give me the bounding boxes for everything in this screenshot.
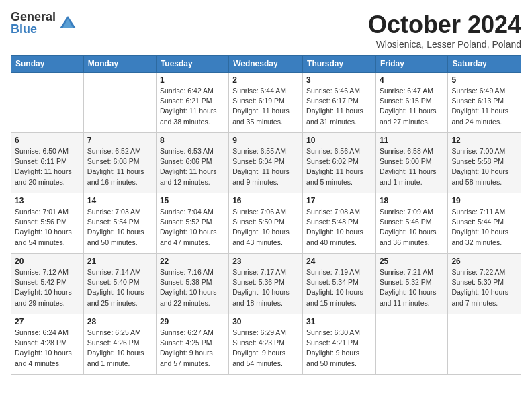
calendar-week-row: 1Sunrise: 6:42 AM Sunset: 6:21 PM Daylig… [11,73,521,133]
calendar-header-thursday: Thursday [303,56,376,73]
day-info: Sunrise: 7:06 AM Sunset: 5:50 PM Dayligh… [232,207,299,248]
calendar-cell: 16Sunrise: 7:06 AM Sunset: 5:50 PM Dayli… [229,193,303,254]
calendar-cell: 6Sunrise: 6:50 AM Sunset: 6:11 PM Daylig… [11,133,84,193]
day-number: 24 [306,257,372,266]
day-number: 2 [232,75,299,85]
calendar-cell: 18Sunrise: 7:09 AM Sunset: 5:46 PM Dayli… [375,193,447,254]
day-number: 17 [306,196,372,205]
page-header: General Blue October 2024 Wlosienica, Le… [11,11,521,50]
day-info: Sunrise: 6:49 AM Sunset: 6:13 PM Dayligh… [451,86,517,127]
day-number: 16 [232,196,299,205]
calendar-cell: 5Sunrise: 6:49 AM Sunset: 6:13 PM Daylig… [448,73,521,133]
day-number: 26 [451,257,517,266]
calendar-cell: 27Sunrise: 6:24 AM Sunset: 4:28 PM Dayli… [11,314,84,375]
day-number: 15 [160,196,225,205]
calendar-cell [11,73,84,133]
calendar-cell: 15Sunrise: 7:04 AM Sunset: 5:52 PM Dayli… [156,193,228,254]
day-number: 25 [380,257,444,266]
calendar-cell [83,73,156,133]
day-info: Sunrise: 6:25 AM Sunset: 4:26 PM Dayligh… [87,328,152,369]
calendar-cell: 4Sunrise: 6:47 AM Sunset: 6:15 PM Daylig… [375,73,447,133]
calendar-cell: 22Sunrise: 7:16 AM Sunset: 5:38 PM Dayli… [156,254,228,314]
day-number: 19 [451,196,517,205]
day-number: 1 [160,75,225,85]
day-number: 18 [380,196,444,205]
day-info: Sunrise: 7:04 AM Sunset: 5:52 PM Dayligh… [160,207,225,248]
calendar-cell [375,314,447,375]
calendar-cell: 30Sunrise: 6:29 AM Sunset: 4:23 PM Dayli… [229,314,303,375]
calendar-header-tuesday: Tuesday [156,56,228,73]
day-info: Sunrise: 7:16 AM Sunset: 5:38 PM Dayligh… [160,267,225,308]
day-info: Sunrise: 7:11 AM Sunset: 5:44 PM Dayligh… [451,207,517,248]
calendar-cell: 7Sunrise: 6:52 AM Sunset: 6:08 PM Daylig… [83,133,156,193]
day-number: 20 [15,257,80,266]
day-info: Sunrise: 7:00 AM Sunset: 5:58 PM Dayligh… [451,146,517,187]
calendar-cell: 26Sunrise: 7:22 AM Sunset: 5:30 PM Dayli… [448,254,521,314]
day-info: Sunrise: 6:52 AM Sunset: 6:08 PM Dayligh… [87,146,152,187]
calendar-cell: 20Sunrise: 7:12 AM Sunset: 5:42 PM Dayli… [11,254,84,314]
day-number: 7 [87,136,152,145]
calendar-cell: 10Sunrise: 6:56 AM Sunset: 6:02 PM Dayli… [303,133,376,193]
day-info: Sunrise: 6:27 AM Sunset: 4:25 PM Dayligh… [160,328,225,369]
day-info: Sunrise: 6:46 AM Sunset: 6:17 PM Dayligh… [306,86,372,127]
logo: General Blue [11,11,77,35]
month-title: October 2024 [368,11,521,39]
calendar-cell: 2Sunrise: 6:44 AM Sunset: 6:19 PM Daylig… [229,73,303,133]
day-info: Sunrise: 7:21 AM Sunset: 5:32 PM Dayligh… [380,267,444,308]
calendar-cell: 25Sunrise: 7:21 AM Sunset: 5:32 PM Dayli… [375,254,447,314]
day-number: 9 [232,136,299,145]
day-number: 27 [15,317,80,326]
day-number: 13 [15,196,80,205]
day-info: Sunrise: 6:24 AM Sunset: 4:28 PM Dayligh… [15,328,80,369]
day-info: Sunrise: 6:58 AM Sunset: 6:00 PM Dayligh… [380,146,444,187]
day-number: 14 [87,196,152,205]
day-number: 22 [160,257,225,266]
day-info: Sunrise: 6:42 AM Sunset: 6:21 PM Dayligh… [160,86,225,127]
logo-blue: Blue [11,23,56,35]
day-info: Sunrise: 6:53 AM Sunset: 6:06 PM Dayligh… [160,146,225,187]
day-info: Sunrise: 7:09 AM Sunset: 5:46 PM Dayligh… [380,207,444,248]
day-info: Sunrise: 6:56 AM Sunset: 6:02 PM Dayligh… [306,146,372,187]
calendar-header-friday: Friday [375,56,447,73]
calendar-cell: 8Sunrise: 6:53 AM Sunset: 6:06 PM Daylig… [156,133,228,193]
calendar-week-row: 13Sunrise: 7:01 AM Sunset: 5:56 PM Dayli… [11,193,521,254]
calendar-header-monday: Monday [83,56,156,73]
day-number: 8 [160,136,225,145]
day-info: Sunrise: 7:14 AM Sunset: 5:40 PM Dayligh… [87,267,152,308]
calendar-cell: 9Sunrise: 6:55 AM Sunset: 6:04 PM Daylig… [229,133,303,193]
calendar-header-wednesday: Wednesday [229,56,303,73]
location-subtitle: Wlosienica, Lesser Poland, Poland [368,39,521,50]
calendar-cell: 13Sunrise: 7:01 AM Sunset: 5:56 PM Dayli… [11,193,84,254]
day-number: 6 [15,136,80,145]
calendar-cell: 21Sunrise: 7:14 AM Sunset: 5:40 PM Dayli… [83,254,156,314]
day-info: Sunrise: 6:50 AM Sunset: 6:11 PM Dayligh… [15,146,80,187]
day-number: 4 [380,75,444,85]
calendar-header-row: SundayMondayTuesdayWednesdayThursdayFrid… [11,56,521,73]
day-number: 31 [306,317,372,326]
calendar-cell: 1Sunrise: 6:42 AM Sunset: 6:21 PM Daylig… [156,73,228,133]
day-info: Sunrise: 7:01 AM Sunset: 5:56 PM Dayligh… [15,207,80,248]
day-number: 29 [160,317,225,326]
day-info: Sunrise: 7:17 AM Sunset: 5:36 PM Dayligh… [232,267,299,308]
calendar-cell: 31Sunrise: 6:30 AM Sunset: 4:21 PM Dayli… [303,314,376,375]
calendar-cell: 14Sunrise: 7:03 AM Sunset: 5:54 PM Dayli… [83,193,156,254]
calendar-header-saturday: Saturday [448,56,521,73]
day-info: Sunrise: 6:30 AM Sunset: 4:21 PM Dayligh… [306,328,372,369]
title-block: October 2024 Wlosienica, Lesser Poland, … [368,11,521,50]
day-number: 30 [232,317,299,326]
calendar-cell: 24Sunrise: 7:19 AM Sunset: 5:34 PM Dayli… [303,254,376,314]
day-number: 23 [232,257,299,266]
day-info: Sunrise: 7:22 AM Sunset: 5:30 PM Dayligh… [451,267,517,308]
logo-icon [58,13,77,32]
day-info: Sunrise: 6:44 AM Sunset: 6:19 PM Dayligh… [232,86,299,127]
day-info: Sunrise: 7:03 AM Sunset: 5:54 PM Dayligh… [87,207,152,248]
logo-text: General Blue [11,11,56,35]
calendar-cell: 29Sunrise: 6:27 AM Sunset: 4:25 PM Dayli… [156,314,228,375]
calendar-header-sunday: Sunday [11,56,84,73]
day-info: Sunrise: 6:47 AM Sunset: 6:15 PM Dayligh… [380,86,444,127]
calendar-week-row: 6Sunrise: 6:50 AM Sunset: 6:11 PM Daylig… [11,133,521,193]
day-info: Sunrise: 7:12 AM Sunset: 5:42 PM Dayligh… [15,267,80,308]
logo-general: General [11,11,56,23]
calendar-cell: 11Sunrise: 6:58 AM Sunset: 6:00 PM Dayli… [375,133,447,193]
day-info: Sunrise: 7:08 AM Sunset: 5:48 PM Dayligh… [306,207,372,248]
